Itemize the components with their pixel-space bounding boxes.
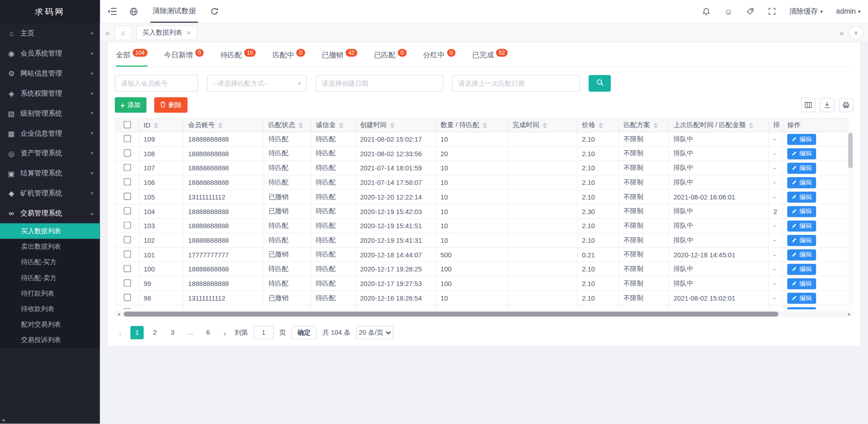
sidebar-subitem[interactable]: 待匹配-买方 (0, 255, 100, 270)
edit-button[interactable]: 编辑 (787, 177, 816, 188)
sidebar-item-users[interactable]: ◉会员系统管理▾ (0, 43, 100, 63)
sidebar-item-asset[interactable]: ◎资产管理系统▾ (0, 143, 100, 163)
export-download-icon[interactable] (820, 98, 834, 112)
confirm-button[interactable]: 确定 (291, 326, 317, 339)
print-icon[interactable] (839, 98, 853, 112)
sidebar-item-miner[interactable]: ◆矿机管理系统▾ (0, 183, 100, 203)
delete-button[interactable]: 删除 (154, 97, 187, 112)
filter-tab[interactable]: 待匹配10 (220, 50, 256, 67)
edit-button[interactable]: 编辑 (787, 148, 816, 159)
row-checkbox[interactable] (123, 279, 131, 286)
refresh-icon[interactable] (210, 7, 218, 15)
face-icon[interactable]: ☺ (724, 7, 733, 16)
sidebar-subitem[interactable]: 待打款列表 (0, 286, 100, 301)
tabs-scroll-right-icon[interactable]: » (839, 28, 844, 37)
row-checkbox[interactable] (123, 294, 131, 301)
column-header[interactable]: 数量 / 待匹配 (436, 118, 508, 132)
sidebar-item-settle[interactable]: ▣结算管理系统▾ (0, 163, 100, 184)
page-button[interactable]: 3 (166, 326, 179, 339)
sidebar-subitem[interactable]: 待收款列表 (0, 301, 100, 317)
scroll-right-icon[interactable]: ▸ (846, 311, 853, 317)
vertical-scrollbar[interactable] (848, 132, 853, 308)
sort-icon[interactable] (483, 123, 487, 128)
row-checkbox[interactable] (123, 135, 131, 142)
row-checkbox[interactable] (123, 163, 131, 171)
filter-tab[interactable]: 已匹配0 (374, 50, 406, 67)
column-header[interactable]: 上次匹配时间 / 匹配金额 (669, 118, 769, 132)
page-jump-input[interactable] (253, 326, 273, 339)
column-header[interactable]: 价格 (577, 118, 619, 132)
column-header[interactable]: 匹配状态 (264, 118, 311, 132)
sort-icon[interactable] (654, 123, 658, 128)
horizontal-scrollbar-thumb[interactable] (124, 312, 778, 317)
sidebar-item-building[interactable]: ▦企业信息管理▾ (0, 123, 100, 143)
sidebar-subitem[interactable]: 买入数据列表 (0, 223, 100, 239)
add-button[interactable]: + 添加 (115, 97, 146, 112)
sidebar-collapse-arrow-icon[interactable]: ◂ (2, 417, 5, 423)
filter-tab[interactable]: 分红中0 (423, 50, 455, 67)
tab-home[interactable]: ⌂ (115, 25, 131, 40)
sort-icon[interactable] (390, 123, 394, 128)
sidebar-subitem[interactable]: 待匹配-卖方 (0, 270, 100, 286)
sidebar-item-shield[interactable]: ◈系统权限管理▾ (0, 83, 100, 103)
sidebar-item-level[interactable]: ▤级别管理系统▾ (0, 103, 100, 123)
edit-button[interactable]: 编辑 (787, 191, 816, 202)
match-type-select[interactable]: --请选择匹配方式-- ▾ (207, 75, 307, 92)
column-header[interactable]: 会员账号 (183, 118, 264, 132)
scroll-left-icon[interactable]: ◂ (115, 311, 122, 317)
page-button[interactable]: 1 (131, 326, 144, 339)
edit-button[interactable]: 编辑 (787, 249, 816, 260)
edit-button[interactable]: 编辑 (787, 133, 816, 144)
sidebar-subitem[interactable]: 交易投诉列表 (0, 332, 100, 347)
sidebar-item-gear[interactable]: ⚙网站信息管理▾ (0, 63, 100, 83)
column-header[interactable]: 创建时间 (355, 118, 436, 132)
filter-tab[interactable]: 全部104 (116, 50, 147, 67)
page-size-select[interactable]: 20 条/页 (356, 326, 394, 339)
filter-tab[interactable]: 已完成52 (472, 50, 508, 67)
edit-button[interactable]: 编辑 (787, 206, 816, 217)
row-checkbox[interactable] (123, 265, 131, 272)
sort-icon[interactable] (154, 123, 158, 128)
edit-button[interactable]: 编辑 (787, 235, 816, 245)
edit-button[interactable]: 编辑 (787, 292, 816, 303)
edit-button[interactable]: 编辑 (787, 307, 816, 309)
tabs-menu-icon[interactable]: ∨ (849, 26, 863, 39)
sort-icon[interactable] (749, 123, 753, 128)
tag-icon[interactable] (746, 7, 754, 15)
search-button[interactable] (589, 75, 611, 92)
edit-button[interactable]: 编辑 (787, 163, 816, 174)
page-button[interactable]: 2 (148, 326, 161, 339)
column-header[interactable]: 诚信金 (311, 118, 356, 132)
language-globe-icon[interactable] (129, 7, 138, 16)
filter-tab[interactable]: 匹配中0 (273, 50, 305, 67)
create-date-input[interactable] (316, 75, 443, 92)
prev-page-icon[interactable]: ‹ (116, 328, 125, 337)
sort-icon[interactable] (543, 123, 547, 128)
next-page-icon[interactable]: › (220, 328, 229, 337)
user-menu[interactable]: admin ▾ (836, 7, 861, 15)
sort-icon[interactable] (599, 123, 603, 128)
last-match-date-input[interactable] (452, 75, 580, 92)
sort-icon[interactable] (339, 123, 343, 128)
row-checkbox[interactable] (123, 193, 131, 200)
fullscreen-icon[interactable] (767, 7, 776, 15)
tab-active[interactable]: 买入数据列表 × (136, 25, 197, 40)
sort-icon[interactable] (218, 123, 222, 128)
column-header[interactable]: 完成时间 (508, 118, 577, 132)
tabs-scroll-left-icon[interactable]: « (106, 28, 110, 37)
tab-close-icon[interactable]: × (187, 29, 191, 36)
edit-button[interactable]: 编辑 (787, 278, 816, 289)
row-checkbox[interactable] (123, 250, 131, 257)
horizontal-scrollbar[interactable]: ◂ ▸ (115, 311, 853, 317)
filter-tab[interactable]: 今日新增0 (164, 50, 204, 67)
row-checkbox[interactable] (123, 221, 131, 229)
select-all-checkbox[interactable] (123, 121, 131, 128)
clear-test-data-button[interactable]: 清除测试数据 (150, 0, 198, 23)
page-button[interactable]: 6 (202, 326, 215, 339)
column-header[interactable]: ID (139, 118, 183, 132)
sidebar-subitem[interactable]: 配对交易列表 (0, 317, 100, 332)
sidebar-subitem[interactable]: 卖出数据列表 (0, 239, 100, 254)
row-checkbox[interactable] (123, 236, 131, 243)
row-checkbox[interactable] (123, 308, 131, 309)
account-input[interactable] (115, 75, 198, 92)
